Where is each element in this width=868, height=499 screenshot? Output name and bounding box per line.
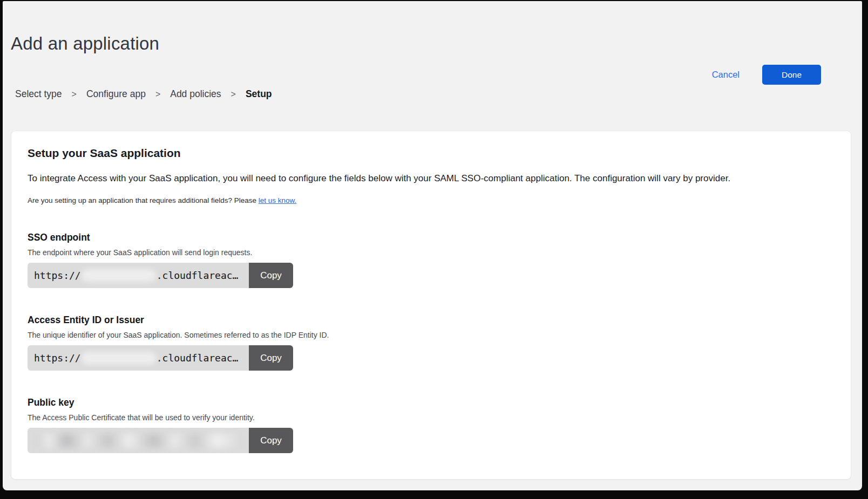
breadcrumb-step-add-policies[interactable]: Add policies: [170, 88, 221, 100]
value-prefix: https://: [34, 352, 81, 364]
sso-endpoint-row: https:// .cloudflareac… Copy: [28, 263, 293, 288]
public-key-row: Copy: [28, 428, 293, 453]
redacted-value-blur: [82, 269, 156, 282]
entity-id-section: Access Entity ID or Issuer The unique id…: [28, 315, 835, 371]
sso-endpoint-description: The endpoint where your SaaS application…: [28, 248, 835, 257]
entity-id-row: https:// .cloudflareac… Copy: [28, 345, 293, 371]
value-suffix: .cloudflareac…: [157, 270, 239, 281]
value-prefix: https://: [34, 270, 81, 281]
entity-id-value: https:// .cloudflareac…: [28, 345, 249, 371]
let-us-know-link[interactable]: let us know.: [259, 196, 297, 204]
public-key-value: [28, 428, 249, 453]
sso-endpoint-label: SSO endpoint: [28, 232, 835, 243]
setup-saas-card: Setup your SaaS application To integrate…: [11, 131, 851, 480]
sso-endpoint-section: SSO endpoint The endpoint where your Saa…: [28, 232, 835, 288]
note-text: Are you setting up an application that r…: [28, 196, 259, 204]
card-intro-text: To integrate Access with your SaaS appli…: [28, 172, 835, 185]
header-actions: Cancel Done: [712, 65, 821, 85]
public-key-description: The Access Public Certificate that will …: [28, 413, 835, 422]
redacted-value-blur: [82, 352, 156, 365]
card-heading: Setup your SaaS application: [28, 146, 835, 160]
entity-id-label: Access Entity ID or Issuer: [28, 315, 835, 326]
cancel-button[interactable]: Cancel: [712, 70, 740, 80]
breadcrumb: Select type > Configure app > Add polici…: [15, 88, 862, 100]
additional-fields-note: Are you setting up an application that r…: [28, 196, 835, 205]
app-window: Add an application Cancel Done Select ty…: [3, 1, 862, 490]
breadcrumb-separator: >: [231, 90, 236, 99]
breadcrumb-step-select-type[interactable]: Select type: [15, 88, 62, 100]
breadcrumb-step-setup-current: Setup: [246, 88, 272, 100]
public-key-label: Public key: [28, 397, 835, 408]
done-button[interactable]: Done: [762, 65, 821, 85]
entity-id-copy-button[interactable]: Copy: [249, 345, 293, 371]
page-title: Add an application: [11, 32, 862, 55]
sso-endpoint-copy-button[interactable]: Copy: [249, 263, 293, 288]
public-key-section: Public key The Access Public Certificate…: [28, 397, 835, 453]
public-key-copy-button[interactable]: Copy: [249, 428, 293, 453]
breadcrumb-step-configure-app[interactable]: Configure app: [86, 88, 146, 100]
redacted-value-blur: [35, 434, 243, 448]
breadcrumb-separator: >: [72, 90, 77, 99]
entity-id-description: The unique identifier of your SaaS appli…: [28, 331, 835, 340]
breadcrumb-separator: >: [155, 90, 160, 99]
page-header: Add an application Cancel Done: [3, 32, 862, 55]
sso-endpoint-value: https:// .cloudflareac…: [28, 263, 249, 288]
value-suffix: .cloudflareac…: [157, 352, 239, 364]
